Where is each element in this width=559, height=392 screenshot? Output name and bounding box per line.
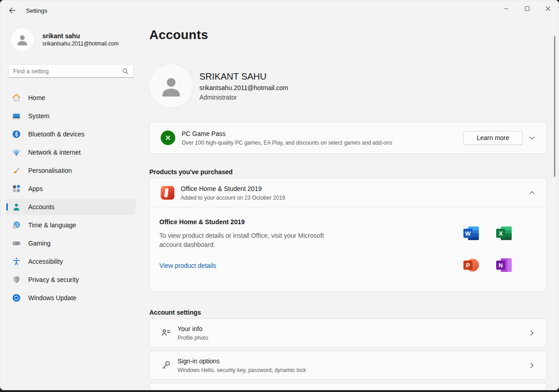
- your-info-chevron: [523, 330, 541, 337]
- sidebar-item-accessibility[interactable]: Accessibility: [6, 253, 136, 270]
- learn-more-button[interactable]: Learn more: [463, 131, 523, 145]
- excel-icon: X: [496, 226, 512, 241]
- shield-icon: [12, 275, 21, 284]
- back-button[interactable]: [5, 3, 20, 18]
- sign-in-options-chevron: [523, 362, 541, 369]
- profile-text: SRIKANT SAHU srikantsahu.2011@hotmail.co…: [199, 70, 288, 102]
- gamepass-subtitle: Over 100 high-quality PC games, EA Play,…: [182, 139, 392, 146]
- close-button[interactable]: [538, 0, 559, 17]
- sidebar-item-home[interactable]: Home: [6, 90, 136, 106]
- next-settings-row-partial[interactable]: [149, 383, 547, 389]
- sidebar-item-label: Personalisation: [28, 167, 72, 174]
- vertical-scrollbar-thumb[interactable]: [554, 36, 555, 177]
- minimize-icon: [503, 5, 509, 12]
- purchased-section-title: Products you've purchased: [149, 167, 547, 176]
- selected-indicator: [6, 203, 8, 211]
- maximize-button[interactable]: [517, 0, 538, 17]
- sidebar-item-network[interactable]: Network & internet: [6, 144, 136, 161]
- search-input[interactable]: [13, 68, 122, 75]
- avatar: [10, 28, 34, 51]
- person-silhouette-icon: [15, 32, 30, 47]
- powerpoint-icon: P: [463, 258, 479, 273]
- office-product-title: Office Home & Student 2019: [181, 184, 285, 193]
- sidebar-item-time-language[interactable]: Time & language: [6, 217, 136, 233]
- chevron-up-icon: [529, 189, 535, 196]
- profile-header: SRIKANT SAHU srikantsahu.2011@hotmail.co…: [149, 64, 547, 108]
- sidebar: srikant sahu srikantsahu.2011@hotmail.co…: [0, 20, 142, 390]
- gamepass-card: PC Game Pass Over 100 high-quality PC ga…: [149, 122, 547, 154]
- office-collapse-button[interactable]: [523, 189, 541, 196]
- view-product-details-link[interactable]: View product details: [159, 261, 216, 270]
- app-title: Settings: [26, 7, 47, 14]
- office-product-card: Office Home & Student 2019 Added to your…: [149, 178, 547, 291]
- home-icon: [12, 93, 21, 102]
- your-info-subtitle: Profile photo: [178, 334, 208, 342]
- window-controls: [496, 0, 559, 20]
- gamepass-text: PC Game Pass Over 100 high-quality PC ga…: [182, 129, 392, 146]
- sign-in-options-text: Sign-in options Windows Hello, security …: [178, 357, 306, 374]
- settings-window: Settings srikant sahu srikantsahu.2011@h…: [0, 0, 559, 390]
- your-info-row[interactable]: Your info Profile photo: [149, 318, 547, 347]
- sidebar-item-privacy[interactable]: Privacy & security: [6, 271, 136, 288]
- chevron-down-icon: [529, 135, 535, 141]
- sidebar-item-label: Accounts: [28, 203, 55, 211]
- sign-in-options-title: Sign-in options: [178, 357, 306, 366]
- your-info-title: Your info: [178, 324, 208, 333]
- sidebar-item-label: Home: [28, 94, 45, 101]
- brush-icon: [12, 166, 21, 175]
- page-title: Accounts: [149, 27, 547, 43]
- sidebar-user-email: srikantsahu.2011@hotmail.com: [42, 40, 118, 47]
- onenote-icon: N: [496, 258, 512, 273]
- sidebar-user-name: srikant sahu: [42, 32, 118, 40]
- sign-in-options-row[interactable]: Sign-in options Windows Hello, security …: [149, 351, 547, 380]
- gamepass-expand-button[interactable]: [523, 135, 541, 141]
- sidebar-item-label: Apps: [28, 185, 43, 192]
- minimize-button[interactable]: [496, 0, 517, 17]
- sidebar-item-system[interactable]: System: [6, 108, 136, 124]
- sidebar-item-label: Bluetooth & devices: [28, 131, 85, 138]
- person-card-icon: [161, 327, 172, 338]
- gamepass-title: PC Game Pass: [182, 129, 392, 138]
- office-product-text: Office Home & Student 2019 Added to your…: [181, 184, 285, 201]
- office-product-header[interactable]: Office Home & Student 2019 Added to your…: [150, 178, 546, 207]
- wifi-icon: [12, 148, 21, 157]
- word-icon: W: [463, 226, 479, 241]
- sidebar-item-label: System: [28, 112, 50, 120]
- sidebar-item-label: Windows Update: [28, 294, 76, 302]
- titlebar: Settings: [0, 0, 559, 20]
- search-box[interactable]: [8, 64, 134, 78]
- account-settings-section-title: Account settings: [149, 308, 547, 317]
- person-icon: [12, 202, 21, 211]
- gamepad-icon: [12, 239, 21, 248]
- key-icon: [161, 360, 172, 371]
- back-arrow-icon: [9, 7, 16, 14]
- sidebar-user-card[interactable]: srikant sahu srikantsahu.2011@hotmail.co…: [10, 28, 136, 51]
- office-product-subtitle: Added to your account on 23 October 2019: [181, 194, 285, 201]
- update-icon: [12, 293, 21, 302]
- sidebar-item-label: Privacy & security: [28, 276, 79, 283]
- sidebar-nav: Home System Bluetooth & devices: [6, 90, 136, 306]
- sidebar-item-label: Time & language: [28, 221, 76, 229]
- sidebar-item-gaming[interactable]: Gaming: [6, 235, 136, 251]
- sidebar-item-bluetooth[interactable]: Bluetooth & devices: [6, 126, 136, 142]
- close-icon: [545, 5, 551, 12]
- system-icon: [12, 111, 21, 121]
- bluetooth-icon: [12, 130, 21, 139]
- sidebar-item-apps[interactable]: Apps: [6, 181, 136, 197]
- profile-email: srikantsahu.2011@hotmail.com: [199, 83, 288, 93]
- main-content: Accounts SRIKANT SAHU srikantsahu.2011@h…: [142, 20, 559, 390]
- sidebar-item-windows-update[interactable]: Windows Update: [6, 290, 136, 306]
- sidebar-item-accounts[interactable]: Accounts: [6, 199, 136, 215]
- office-product-body: Office Home & Student 2019 To view produ…: [150, 207, 546, 291]
- apps-icon: [12, 184, 21, 193]
- sidebar-item-label: Accessibility: [28, 258, 63, 265]
- office-details-body: To view product details or install Offic…: [159, 231, 337, 249]
- office-logo-icon: [161, 186, 174, 200]
- profile-avatar: [149, 64, 193, 108]
- office-apps-grid: W X P N: [463, 226, 512, 273]
- sidebar-item-label: Gaming: [28, 240, 51, 247]
- sign-in-options-subtitle: Windows Hello, security key, password, d…: [178, 367, 306, 374]
- sidebar-item-personalisation[interactable]: Personalisation: [6, 162, 136, 179]
- profile-name: SRIKANT SAHU: [199, 70, 288, 82]
- search-icon[interactable]: [122, 68, 129, 75]
